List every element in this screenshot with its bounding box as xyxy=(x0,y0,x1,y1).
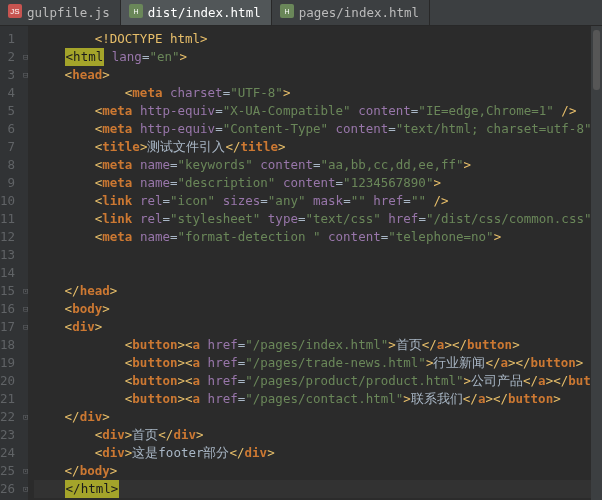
editor-tabs: JS gulpfile.js H dist/index.html H pages… xyxy=(0,0,602,26)
js-file-icon: JS xyxy=(8,4,22,21)
html-file-icon: H xyxy=(280,4,294,21)
html-file-icon: H xyxy=(129,4,143,21)
svg-text:JS: JS xyxy=(10,7,19,16)
tab-dist-index[interactable]: H dist/index.html xyxy=(121,0,272,25)
scroll-thumb[interactable] xyxy=(593,30,600,90)
svg-text:H: H xyxy=(133,8,138,15)
tab-label: gulpfile.js xyxy=(27,5,110,20)
tab-gulpfile[interactable]: JS gulpfile.js xyxy=(0,0,121,25)
line-number-gutter: 1234567891011121314151617181920212223242… xyxy=(0,26,23,500)
tab-label: dist/index.html xyxy=(148,5,261,20)
tab-label: pages/index.html xyxy=(299,5,419,20)
code-editor[interactable]: 1234567891011121314151617181920212223242… xyxy=(0,26,602,500)
tab-pages-index[interactable]: H pages/index.html xyxy=(272,0,430,25)
svg-text:H: H xyxy=(284,8,289,15)
code-area[interactable]: <!DOCTYPE html> <html lang="en"> <head> … xyxy=(28,26,602,500)
vertical-scrollbar[interactable] xyxy=(591,26,602,500)
